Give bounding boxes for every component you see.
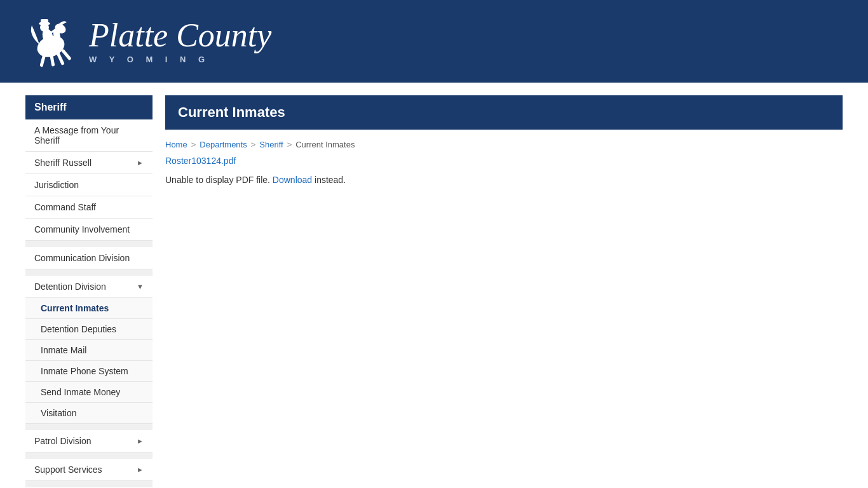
logo-container: Platte County W Y O M I N G bbox=[25, 10, 271, 73]
site-header: Platte County W Y O M I N G bbox=[0, 0, 868, 83]
sidebar-divider-1 bbox=[25, 241, 153, 247]
site-subtitle: W Y O M I N G bbox=[89, 55, 271, 64]
breadcrumb-sep-3: > bbox=[287, 140, 292, 149]
breadcrumb-current: Current Inmates bbox=[295, 140, 355, 149]
page-title: Current Inmates bbox=[178, 104, 285, 120]
sidebar-divider-2 bbox=[25, 269, 153, 276]
sidebar-item-jurisdiction[interactable]: Jurisdiction bbox=[25, 174, 153, 196]
breadcrumb-departments[interactable]: Departments bbox=[200, 140, 247, 149]
sidebar-item-sheriff-russell[interactable]: Sheriff Russell ► bbox=[25, 152, 153, 174]
sidebar-divider-3 bbox=[25, 424, 153, 430]
sidebar-item-support-services[interactable]: Support Services ► bbox=[25, 459, 153, 481]
pdf-message-before: Unable to display PDF file. bbox=[165, 175, 270, 185]
chevron-right-icon: ► bbox=[137, 159, 144, 166]
sidebar-subitem-send-inmate-money[interactable]: Send Inmate Money bbox=[25, 382, 153, 403]
main-content: Current Inmates Home > Departments > She… bbox=[165, 95, 843, 488]
chevron-right-icon-support: ► bbox=[137, 466, 144, 473]
breadcrumb-sep-1: > bbox=[191, 140, 196, 149]
sidebar-item-command-staff[interactable]: Command Staff bbox=[25, 196, 153, 219]
chevron-down-icon: ▼ bbox=[137, 283, 144, 290]
sidebar-divider-4 bbox=[25, 452, 153, 459]
sidebar-subitem-current-inmates[interactable]: Current Inmates bbox=[25, 298, 153, 319]
breadcrumb-sheriff[interactable]: Sheriff bbox=[259, 140, 283, 149]
sidebar-section-title: Sheriff bbox=[25, 95, 153, 119]
svg-rect-10 bbox=[41, 19, 48, 24]
breadcrumb: Home > Departments > Sheriff > Current I… bbox=[165, 140, 843, 149]
sidebar-item-communication-division[interactable]: Communication Division bbox=[25, 247, 153, 269]
sidebar-item-message[interactable]: A Message from Your Sheriff bbox=[25, 119, 153, 152]
sidebar-divider-5 bbox=[25, 481, 153, 487]
sidebar-subitem-inmate-mail[interactable]: Inmate Mail bbox=[25, 340, 153, 361]
breadcrumb-home[interactable]: Home bbox=[165, 140, 187, 149]
content-title-bar: Current Inmates bbox=[165, 95, 843, 130]
site-title: Platte County bbox=[89, 19, 271, 52]
header-text: Platte County W Y O M I N G bbox=[89, 19, 271, 64]
sidebar-item-detention-division[interactable]: Detention Division ▼ bbox=[25, 276, 153, 298]
roster-file-link[interactable]: Roster103124.pdf bbox=[165, 156, 843, 166]
main-container: Sheriff A Message from Your Sheriff Sher… bbox=[0, 83, 868, 488]
pdf-message-after: instead. bbox=[315, 175, 346, 185]
sidebar-subitem-visitation[interactable]: Visitation bbox=[25, 403, 153, 424]
horse-logo-icon bbox=[25, 10, 76, 73]
breadcrumb-sep-2: > bbox=[251, 140, 256, 149]
chevron-right-icon-patrol: ► bbox=[137, 437, 144, 445]
sidebar-item-patrol-division[interactable]: Patrol Division ► bbox=[25, 430, 153, 452]
svg-rect-6 bbox=[61, 49, 72, 61]
pdf-message: Unable to display PDF file. Download ins… bbox=[165, 175, 843, 185]
sidebar: Sheriff A Message from Your Sheriff Sher… bbox=[25, 95, 153, 488]
sidebar-subitem-inmate-phone-system[interactable]: Inmate Phone System bbox=[25, 361, 153, 382]
sidebar-subitem-detention-deputies[interactable]: Detention Deputies bbox=[25, 319, 153, 340]
sidebar-item-community-involvement[interactable]: Community Involvement bbox=[25, 219, 153, 241]
pdf-download-link[interactable]: Download bbox=[273, 175, 312, 185]
